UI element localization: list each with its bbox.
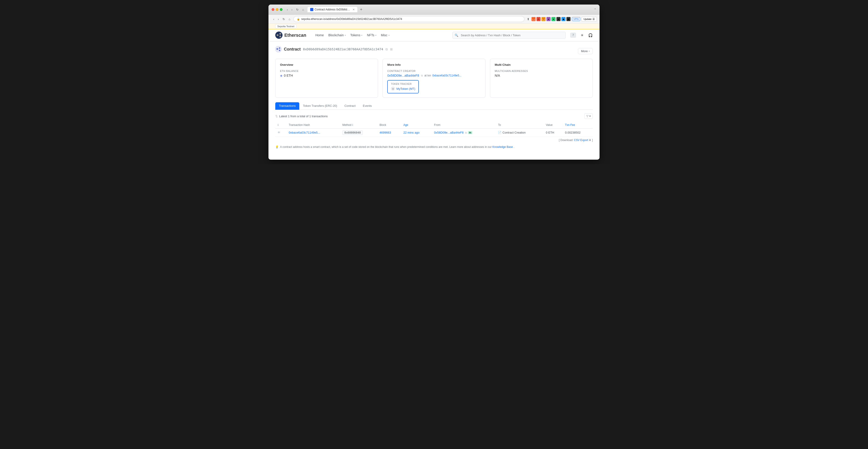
back-button[interactable]: ‹ — [286, 7, 289, 12]
search-bar: 🔍 — [453, 32, 566, 39]
update-button[interactable]: Update ☰ — [582, 17, 597, 22]
wallet-button[interactable]: 🎧 — [588, 33, 593, 37]
contract-creator-value: 0x58D09e...aBa44eF8 ⧉ at txn 0xbace6a03c… — [387, 74, 480, 77]
browser-navigation: ‹ › ↻ ⌂ — [286, 7, 305, 12]
misc-dropdown-icon: ▾ — [389, 34, 390, 36]
from-address-link[interactable]: 0x58D09e...aBa44eF8 — [434, 131, 463, 134]
share-button[interactable]: ⬆ — [526, 17, 530, 22]
reload-button[interactable]: ↻ — [295, 7, 300, 12]
new-tab-button[interactable]: + — [359, 7, 364, 12]
multi-chain-card: Multi Chain MULTICHAIN ADDRESSES N/A — [490, 59, 593, 98]
contract-creator-label: CONTRACT CREATOR — [387, 70, 480, 72]
main-nav-menu: Home Blockchain ▾ Tokens ▾ NFTs ▾ Misc ▾ — [315, 33, 390, 37]
multichain-label: MULTICHAIN ADDRESSES — [495, 70, 588, 72]
theme-toggle-button[interactable]: ☀ — [581, 33, 584, 37]
tabs-row: Transactions Token Transfers (ERC-20) Co… — [275, 102, 593, 110]
search-input[interactable] — [453, 32, 566, 39]
filter-icon: ▽ — [586, 115, 588, 118]
transactions-table: ℹ Transaction Hash Method ℹ Block — [275, 122, 593, 137]
minimize-dot[interactable] — [276, 8, 278, 11]
nav-home[interactable]: Home — [315, 33, 324, 37]
block-link[interactable]: 4699663 — [379, 131, 391, 134]
more-button[interactable]: More ▾ — [578, 48, 593, 54]
eth-symbol-icon: ◈ — [280, 74, 282, 77]
fox-icon[interactable]: 🦊 — [541, 17, 546, 21]
window-expand[interactable]: ⌃ — [594, 8, 596, 11]
footer-note-text: A contract address hosts a smart contrac… — [280, 145, 492, 149]
filter-button[interactable]: ▽ ▾ — [584, 113, 593, 119]
page-reload-button[interactable]: ↻ — [281, 17, 286, 21]
table-row: 👁 0xbace6a03c71149e5... 0x60806040 46996… — [275, 128, 593, 137]
filter-arrow: ▾ — [589, 115, 591, 118]
page-back-button[interactable]: ‹ — [272, 17, 275, 21]
value-amount: 0 ETH — [546, 131, 554, 134]
row-eye-icon[interactable]: 👁 — [278, 131, 280, 134]
site-logo[interactable]: Etherscan — [275, 32, 306, 39]
row-age-cell: 22 mins ago — [401, 128, 432, 137]
creator-address-link[interactable]: 0x58D09e...aBa44eF8 — [387, 74, 419, 77]
eye-col-icon: ℹ — [278, 123, 279, 126]
home-button[interactable]: ⌂ — [301, 7, 305, 12]
window-controls — [272, 8, 282, 11]
forward-button[interactable]: › — [290, 7, 293, 12]
tab-close-button[interactable]: ✕ — [352, 8, 354, 11]
more-dropdown-icon: ▾ — [589, 50, 590, 52]
col-txnfee: Txn Fee — [563, 122, 593, 128]
multi-chain-title: Multi Chain — [495, 63, 588, 66]
method-badge: 0x60806040 — [342, 130, 363, 135]
browser-tabs: Contract Address 0xD0b6d89... ✕ + — [308, 7, 592, 12]
tab-transactions[interactable]: Transactions — [275, 102, 299, 110]
warning-icon[interactable]: ⚠ — [536, 17, 540, 21]
svg-point-1 — [277, 34, 278, 36]
page-home-button[interactable]: ⌂ — [287, 17, 291, 21]
qr-code-icon[interactable]: ⊞ — [390, 48, 393, 51]
eth-balance-label: ETH BALANCE — [280, 70, 373, 72]
search-icon: 🔍 — [455, 34, 458, 37]
nav-misc[interactable]: Misc ▾ — [381, 33, 390, 37]
tab-title-text: Contract Address 0xD0b6d89... — [315, 8, 351, 11]
overview-title: Overview — [280, 63, 373, 66]
address-bar[interactable]: 🔒 sepolia.etherscan.io/address/0xD0b6d89… — [293, 16, 525, 22]
testnet-badge: Sepolia Testnet — [275, 24, 297, 28]
blockchain-dropdown-icon: ▾ — [345, 34, 346, 36]
method-info-icon: ℹ — [352, 123, 353, 126]
token-tracker-label: TOKEN TRACKER — [391, 83, 415, 85]
nav-nfts[interactable]: NFTs ▾ — [367, 33, 376, 37]
nav-blockchain[interactable]: Blockchain ▾ — [328, 33, 346, 37]
svg-point-6 — [279, 48, 280, 49]
maximize-dot[interactable] — [280, 8, 282, 11]
tab-events[interactable]: Events — [359, 102, 375, 110]
main-content-area: Contract 0xD0b6d89aDA15b524B21ac3B760AA2… — [269, 41, 599, 155]
row-txnfee-cell: 0.00238502 — [563, 128, 593, 137]
site-navigation: Etherscan Home Blockchain ▾ Tokens ▾ NFT… — [269, 29, 599, 41]
ssl-lock-icon: 🔒 — [297, 18, 300, 21]
dark-ext-icon[interactable]: ■ — [556, 17, 560, 21]
creator-txn-link[interactable]: 0xbace6a03c71149e5... — [432, 74, 461, 77]
nav-tokens[interactable]: Tokens ▾ — [350, 33, 362, 37]
creator-copy-icon[interactable]: ⧉ — [421, 74, 423, 77]
info-cards: Overview ETH BALANCE ◈ 0 ETH More Info C… — [275, 59, 593, 98]
multichain-value: N/A — [495, 74, 588, 77]
csv-export-link[interactable]: CSV Export — [574, 139, 588, 142]
from-copy-icon[interactable]: ⧉ — [465, 131, 467, 134]
eth-balance-value: ◈ 0 ETH — [280, 74, 373, 77]
row-value-cell: 0 ETH — [544, 128, 563, 137]
metamask-icon[interactable]: 🦊 — [531, 17, 535, 21]
wallet-ext-icon[interactable]: ▣ — [566, 17, 570, 21]
more-info-card: More Info CONTRACT CREATOR 0x58D09e...aB… — [382, 59, 485, 98]
knowledge-base-link[interactable]: Knowledge Base — [493, 145, 513, 149]
page-forward-button[interactable]: › — [277, 17, 280, 21]
close-dot[interactable] — [272, 8, 274, 11]
green-ext-icon[interactable]: ● — [552, 17, 556, 21]
tab-contract[interactable]: Contract — [341, 102, 359, 110]
csv-export-row: [ Download: CSV Export ⬇ ] — [275, 139, 593, 142]
blue-ext-icon[interactable]: ◆ — [561, 17, 565, 21]
copy-address-icon[interactable]: ⧉ — [385, 48, 388, 51]
txhash-link[interactable]: 0xbace6a03c71149e5... — [289, 131, 320, 134]
direction-badge: IN — [468, 131, 472, 134]
active-tab[interactable]: Contract Address 0xD0b6d89... ✕ — [308, 7, 358, 12]
col-from: From — [432, 122, 496, 128]
token-tracker-link[interactable]: MyToken (MT) — [396, 87, 415, 90]
purple-ext-icon[interactable]: ● — [547, 17, 551, 21]
tab-token-transfers[interactable]: Token Transfers (ERC-20) — [299, 102, 341, 110]
